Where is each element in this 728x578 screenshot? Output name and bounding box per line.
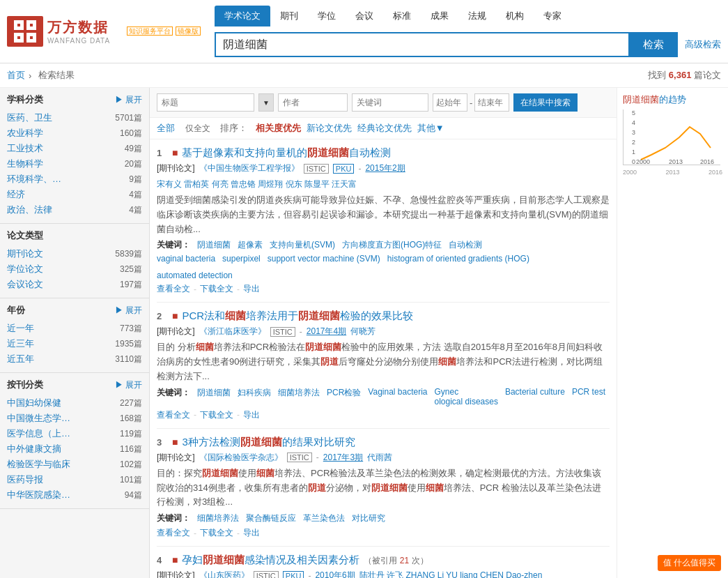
search-input[interactable] bbox=[215, 32, 630, 57]
kw-2-1[interactable]: 阴道细菌 bbox=[197, 387, 231, 406]
article-2-num: 2 bbox=[157, 311, 168, 321]
article-1-download[interactable]: 下载全文 bbox=[200, 283, 233, 295]
nav-tab-result[interactable]: 成果 bbox=[421, 6, 458, 26]
doctype-degree[interactable]: 学位论文 bbox=[7, 263, 43, 275]
kw-2-3[interactable]: 细菌培养法 bbox=[278, 387, 320, 406]
kw-2-4[interactable]: PCR检验 bbox=[327, 387, 361, 406]
article-1-authors[interactable]: 宋有义 雷柏英 何亮 曾忠铬 周煜翔 倪东 陈显平 汪天富 bbox=[157, 178, 357, 190]
press-7[interactable]: 中华医院感染… bbox=[7, 489, 70, 501]
article-2-view-full[interactable]: 查看全文 bbox=[157, 409, 190, 421]
kw-3-1[interactable]: 细菌培养法 bbox=[197, 512, 239, 524]
article-2-title[interactable]: PCR法和细菌培养法用于阴道细菌检验的效果比较 bbox=[182, 310, 413, 323]
search-button[interactable]: 检索 bbox=[629, 32, 678, 57]
year-expand[interactable]: ▶ 展开 bbox=[115, 305, 142, 317]
article-1-view-full[interactable]: 查看全文 bbox=[157, 283, 190, 295]
filter-year-start[interactable] bbox=[433, 93, 467, 112]
kw-1-2[interactable]: 超像素 bbox=[238, 239, 263, 251]
article-4-title[interactable]: 孕妇阴道细菌感染情况及相关因素分析 bbox=[182, 554, 359, 567]
sort-newest[interactable]: 新论文优先 bbox=[307, 122, 352, 135]
filter-author-input[interactable] bbox=[278, 93, 348, 112]
filter-keyword-input[interactable] bbox=[352, 93, 428, 112]
doctype-conference[interactable]: 会议论文 bbox=[7, 278, 43, 291]
kw-2-en-1[interactable]: Vaginal bacteria bbox=[368, 387, 427, 406]
kw-1-en-1[interactable]: vaginal bacteria bbox=[157, 254, 215, 264]
article-1-journal[interactable]: 《中国生物医学工程学报》 bbox=[199, 162, 300, 174]
article-3-journal[interactable]: 《国际检验医学杂志》 bbox=[199, 452, 283, 464]
press-expand[interactable]: ▶ 展开 bbox=[115, 379, 142, 391]
sort-classic[interactable]: 经典论文优先 bbox=[357, 122, 412, 135]
subject-politics[interactable]: 政治、法律 bbox=[7, 204, 52, 216]
nav-tab-org[interactable]: 机构 bbox=[496, 6, 534, 26]
kw-1-3[interactable]: 支持向量机(SVM) bbox=[270, 239, 335, 251]
article-3-export[interactable]: 导出 bbox=[243, 527, 260, 539]
nav-tab-standard[interactable]: 标准 bbox=[383, 6, 421, 26]
article-2-journal[interactable]: 《浙江临床医学》 bbox=[199, 326, 266, 337]
sort-other[interactable]: 其他▼ bbox=[417, 122, 444, 135]
subject-medicine[interactable]: 医药、卫生 bbox=[7, 112, 52, 124]
nav-tab-academic[interactable]: 学术论文 bbox=[215, 6, 270, 26]
filter-search-button[interactable]: 在结果中搜索 bbox=[513, 93, 578, 112]
article-4-authors[interactable]: 陆壮丹 许飞 ZHANG Li YU liang CHEN Dao-zhen bbox=[359, 570, 543, 578]
subject-agriculture[interactable]: 农业科学 bbox=[7, 127, 43, 139]
article-1-year[interactable]: 2015年2期 bbox=[365, 162, 405, 174]
article-1-title[interactable]: 基于超像素和支持向量机的阴道细菌自动检测 bbox=[182, 146, 391, 160]
doctype-journal[interactable]: 期刊论文 bbox=[7, 248, 43, 260]
year-1[interactable]: 近一年 bbox=[7, 322, 34, 335]
filter-title-dropdown[interactable]: ▼ bbox=[258, 93, 274, 112]
press-3[interactable]: 医学信息（上… bbox=[7, 427, 70, 440]
year-title: 年份 bbox=[7, 304, 25, 317]
kw-1-4[interactable]: 方向梯度直方图(HOG)特征 bbox=[342, 239, 442, 251]
nav-tab-conference[interactable]: 会议 bbox=[346, 6, 383, 26]
press-1[interactable]: 中国妇幼保健 bbox=[7, 397, 61, 409]
article-4-year[interactable]: 2010年6期 bbox=[315, 570, 355, 578]
article-3-year[interactable]: 2017年3期 bbox=[323, 452, 363, 464]
kw-1-en-5[interactable]: automated detection bbox=[157, 271, 233, 280]
press-2[interactable]: 中国微生态学… bbox=[7, 412, 70, 425]
sort-relevance[interactable]: 相关度优先 bbox=[256, 122, 301, 135]
nav-tab-expert[interactable]: 专家 bbox=[534, 6, 571, 26]
kw-1-en-3[interactable]: support vector machine (SVM) bbox=[268, 254, 380, 264]
breadcrumb-home[interactable]: 首页 bbox=[7, 69, 25, 82]
nav-tab-journal[interactable]: 期刊 bbox=[270, 6, 308, 26]
nav-tab-law[interactable]: 法规 bbox=[458, 6, 496, 26]
article-2-download[interactable]: 下载全文 bbox=[200, 409, 233, 421]
logo-text: 万方数据 WANFANG DATA bbox=[47, 18, 110, 45]
article-4-journal[interactable]: 《山东医药》 bbox=[199, 570, 249, 578]
subject-environment[interactable]: 环境科学、… bbox=[7, 173, 61, 185]
press-5[interactable]: 检验医学与临床 bbox=[7, 458, 70, 471]
kw-1-1[interactable]: 阴道细菌 bbox=[197, 239, 231, 251]
article-2-authors[interactable]: 何晓芳 bbox=[350, 326, 375, 337]
article-3-title[interactable]: 3种方法检测阴道细菌的结果对比研究 bbox=[182, 436, 355, 449]
subject-economy[interactable]: 经济 bbox=[7, 188, 25, 201]
all-results-link[interactable]: 全部 bbox=[157, 123, 175, 133]
kw-2-2[interactable]: 妇科疾病 bbox=[238, 387, 271, 406]
nav-tab-degree[interactable]: 学位 bbox=[308, 6, 346, 26]
subject-industry[interactable]: 工业技术 bbox=[7, 142, 43, 155]
kw-3-4[interactable]: 对比研究 bbox=[352, 512, 385, 524]
press-6[interactable]: 医药导报 bbox=[7, 473, 43, 486]
kw-2-en-3[interactable]: Bacterial culture bbox=[505, 387, 565, 406]
kw-3-2[interactable]: 聚合酶链反应 bbox=[246, 512, 296, 524]
kw-1-5[interactable]: 自动检测 bbox=[449, 239, 482, 251]
filter-year-end[interactable] bbox=[474, 93, 509, 112]
only-full-text-link[interactable]: 仅全文 bbox=[185, 123, 210, 133]
filter-title-input[interactable] bbox=[157, 93, 254, 112]
article-2-year[interactable]: 2017年4期 bbox=[307, 326, 346, 337]
kw-2-en-4[interactable]: PCR test bbox=[572, 387, 605, 406]
press-4[interactable]: 中外健康文摘 bbox=[7, 443, 61, 455]
subject-biology[interactable]: 生物科学 bbox=[7, 158, 43, 170]
kw-1-en-4[interactable]: histogram of oriented gradients (HOG) bbox=[387, 254, 529, 264]
kw-1-en-2[interactable]: superpixel bbox=[222, 254, 261, 264]
year-3[interactable]: 近三年 bbox=[7, 337, 34, 350]
year-5[interactable]: 近五年 bbox=[7, 353, 34, 365]
article-3-authors[interactable]: 代雨茜 bbox=[367, 452, 392, 464]
kw-3-3[interactable]: 革兰染色法 bbox=[303, 512, 345, 524]
article-3-download[interactable]: 下载全文 bbox=[200, 527, 233, 539]
article-1-export[interactable]: 导出 bbox=[243, 283, 260, 295]
article-2-export[interactable]: 导出 bbox=[243, 409, 260, 421]
kw-2-en-2[interactable]: Gynecological diseases bbox=[435, 387, 498, 406]
advanced-search-link[interactable]: 高级检索 bbox=[685, 38, 721, 51]
article-3-view-full[interactable]: 查看全文 bbox=[157, 527, 190, 539]
svg-rect-5 bbox=[30, 24, 33, 26]
subject-expand[interactable]: ▶ 展开 bbox=[115, 94, 142, 106]
